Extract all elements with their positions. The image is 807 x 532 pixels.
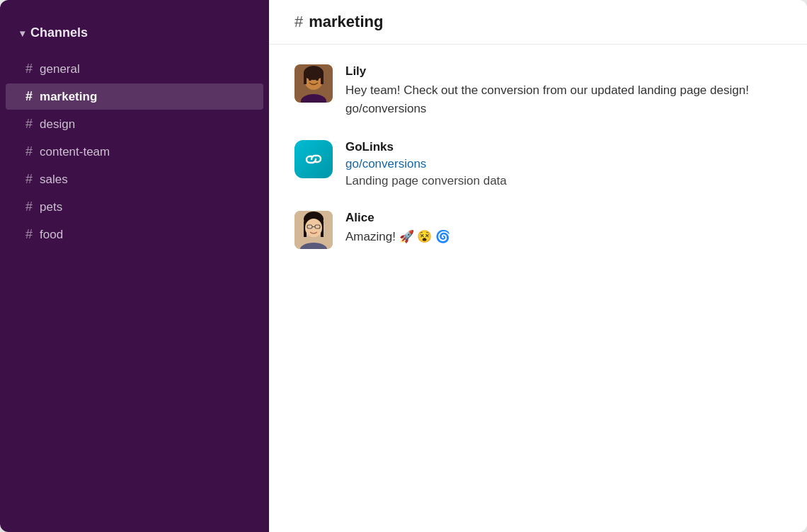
message-body-golinks: GoLinks go/conversions Landing page conv… <box>345 140 782 188</box>
message-author-lily: Lily <box>345 64 782 79</box>
message-body-lily: Lily Hey team! Check out the conversion … <box>345 64 782 117</box>
hash-icon: # <box>25 62 33 76</box>
hash-icon: # <box>25 172 33 187</box>
app-window: ▾ Channels # general # marketing # desig… <box>0 0 807 532</box>
sidebar-item-label: food <box>40 228 63 242</box>
sidebar-item-marketing[interactable]: # marketing <box>6 83 263 110</box>
main-content: # marketing <box>269 0 807 532</box>
sidebar-item-label: general <box>40 62 80 76</box>
sidebar-item-content-team[interactable]: # content-team <box>6 139 263 165</box>
message-alice: Alice Amazing! 🚀 😵 🌀 <box>294 211 782 249</box>
sidebar: ▾ Channels # general # marketing # desig… <box>0 0 269 532</box>
avatar-golinks <box>294 140 333 178</box>
sidebar-item-food[interactable]: # food <box>6 221 263 248</box>
message-golinks: GoLinks go/conversions Landing page conv… <box>294 140 782 188</box>
hash-icon: # <box>25 89 33 104</box>
channel-title: marketing <box>309 13 383 31</box>
message-body-alice: Alice Amazing! 🚀 😵 🌀 <box>345 211 782 246</box>
avatar-alice <box>294 211 333 249</box>
channels-header: ▾ Channels <box>0 17 269 54</box>
sidebar-item-general[interactable]: # general <box>6 56 263 82</box>
sidebar-item-design[interactable]: # design <box>6 111 263 137</box>
channels-label: Channels <box>30 25 88 40</box>
messages-area: Lily Hey team! Check out the conversion … <box>269 45 807 532</box>
golinks-card-desc: Landing page conversion data <box>345 174 782 188</box>
svg-point-6 <box>309 78 311 81</box>
golinks-url-link[interactable]: go/conversions <box>345 157 426 170</box>
message-author-alice: Alice <box>345 211 782 225</box>
svg-point-2 <box>304 66 324 80</box>
message-lily: Lily Hey team! Check out the conversion … <box>294 64 782 117</box>
svg-rect-4 <box>321 73 324 84</box>
sidebar-item-label: pets <box>40 200 62 214</box>
sidebar-item-label: design <box>40 117 75 132</box>
hash-icon: # <box>25 117 33 132</box>
hash-icon: # <box>25 200 33 214</box>
avatar-lily <box>294 64 333 103</box>
golinks-card-title: GoLinks <box>345 140 782 154</box>
sidebar-item-label: content-team <box>40 145 110 159</box>
chevron-down-icon: ▾ <box>20 28 25 39</box>
sidebar-item-label: marketing <box>40 90 97 104</box>
golinks-card-url[interactable]: go/conversions <box>345 157 782 171</box>
sidebar-item-sales[interactable]: # sales <box>6 166 263 192</box>
hash-icon: # <box>25 227 33 242</box>
hash-icon: # <box>25 144 33 159</box>
sidebar-item-pets[interactable]: # pets <box>6 194 263 220</box>
channel-header: # marketing <box>269 0 807 45</box>
sidebar-item-label: sales <box>40 173 68 187</box>
message-text-alice: Amazing! 🚀 😵 🌀 <box>345 228 782 246</box>
svg-point-7 <box>316 78 319 81</box>
svg-rect-3 <box>304 73 307 84</box>
header-hash-icon: # <box>294 13 303 31</box>
golinks-logo-icon <box>302 147 326 171</box>
alice-avatar-svg <box>294 211 333 249</box>
lily-avatar-svg <box>294 64 333 103</box>
message-text-lily: Hey team! Check out the conversion from … <box>345 81 782 117</box>
